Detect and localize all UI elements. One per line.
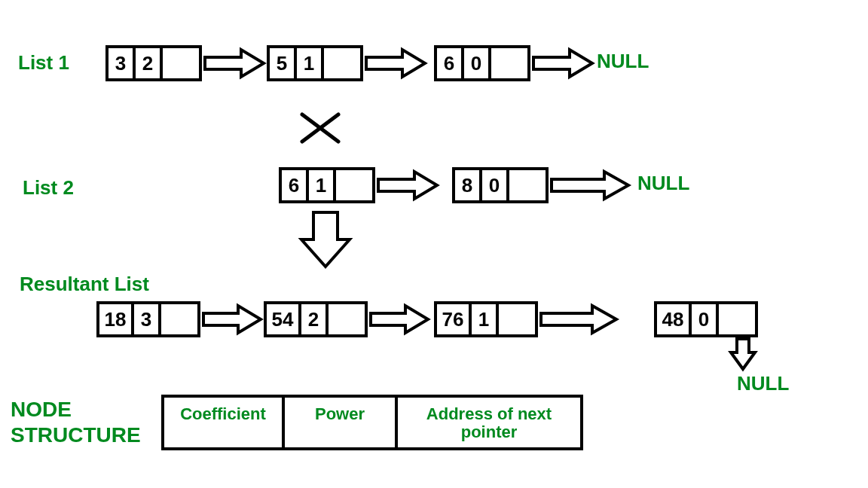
arrow-right-icon (549, 167, 631, 203)
arrow-down-icon (728, 337, 758, 372)
arrow-right-icon (375, 167, 440, 203)
ptr-cell (161, 304, 197, 334)
legend-power: Power (285, 398, 398, 447)
arrow-right-icon (530, 45, 595, 81)
list1-node-0: 3 2 (105, 45, 202, 81)
ptr-cell (329, 304, 365, 334)
list2-node-0: 6 1 (279, 167, 375, 203)
power-cell: 0 (692, 304, 719, 334)
node-structure-label-2: STRUCTURE (11, 423, 141, 447)
power-cell: 1 (472, 304, 499, 334)
coef-cell: 8 (455, 170, 482, 200)
ptr-cell (719, 304, 755, 334)
coef-cell: 18 (99, 304, 134, 334)
coef-cell: 3 (108, 48, 136, 78)
arrow-right-icon (200, 301, 264, 337)
arrow-right-icon (368, 301, 431, 337)
power-cell: 3 (134, 304, 161, 334)
arrow-down-icon (298, 209, 353, 270)
coef-cell: 48 (657, 304, 692, 334)
coef-cell: 54 (267, 304, 301, 334)
power-cell: 1 (297, 48, 324, 78)
coef-cell: 76 (437, 304, 472, 334)
legend-addr: Address of next pointer (398, 398, 580, 447)
power-cell: 2 (301, 304, 329, 334)
null-terminator: NULL (737, 372, 789, 395)
result-label: Resultant List (20, 273, 149, 296)
legend-coef: Coefficient (164, 398, 285, 447)
ptr-cell (499, 304, 535, 334)
result-node-0: 18 3 (96, 301, 200, 337)
ptr-cell (509, 170, 546, 200)
ptr-cell (491, 48, 527, 78)
null-terminator: NULL (637, 172, 689, 195)
ptr-cell (336, 170, 372, 200)
node-structure-legend: Coefficient Power Address of next pointe… (161, 395, 583, 450)
coef-cell: 6 (437, 48, 464, 78)
coef-cell: 5 (270, 48, 297, 78)
list2-node-1: 8 0 (452, 167, 549, 203)
result-node-3: 48 0 (654, 301, 758, 337)
list2-label: List 2 (23, 176, 74, 200)
null-terminator: NULL (597, 50, 649, 73)
multiply-icon (298, 110, 343, 146)
list1-node-1: 5 1 (267, 45, 363, 81)
ptr-cell (163, 48, 199, 78)
list1-node-2: 6 0 (434, 45, 530, 81)
power-cell: 0 (482, 170, 509, 200)
result-node-2: 76 1 (434, 301, 538, 337)
arrow-right-icon (363, 45, 428, 81)
power-cell: 2 (136, 48, 163, 78)
list1-label: List 1 (18, 51, 69, 75)
power-cell: 1 (309, 170, 336, 200)
ptr-cell (324, 48, 360, 78)
coef-cell: 6 (282, 170, 309, 200)
arrow-right-icon (538, 301, 619, 337)
node-structure-label-1: NODE (11, 398, 72, 422)
power-cell: 0 (464, 48, 491, 78)
result-node-1: 54 2 (264, 301, 368, 337)
arrow-right-icon (202, 45, 267, 81)
